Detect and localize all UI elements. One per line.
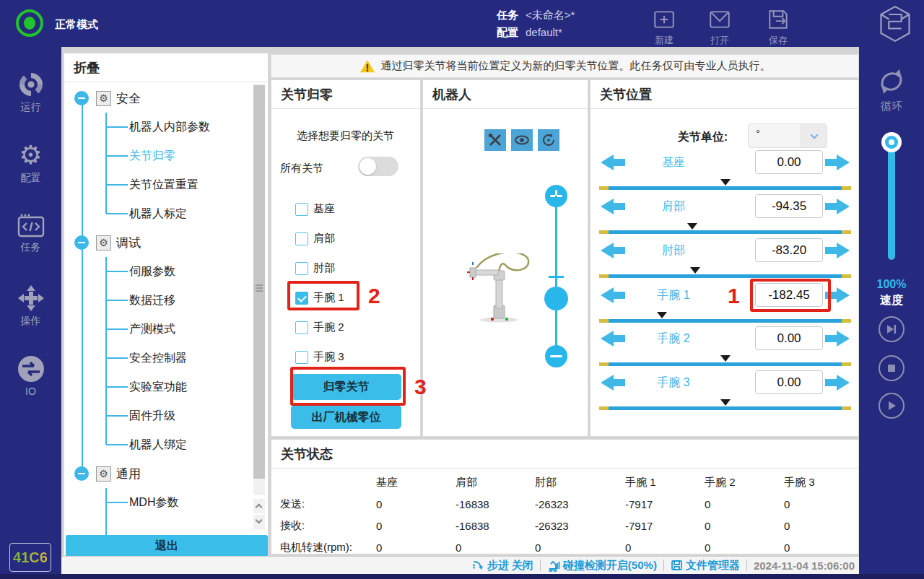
- sidebar-item-io[interactable]: IO: [0, 354, 61, 397]
- speed-slider-handle[interactable]: [881, 132, 902, 152]
- play-button[interactable]: [879, 393, 905, 419]
- joint-increase-button[interactable]: [825, 375, 850, 391]
- speed-slider-track[interactable]: [888, 141, 895, 260]
- loop-button[interactable]: 循环: [859, 65, 924, 113]
- save-button[interactable]: 保存: [755, 7, 801, 47]
- checkbox-row-wrist2[interactable]: 手腕 2: [295, 321, 344, 334]
- joint-increase-button[interactable]: [825, 199, 850, 214]
- tree-scrollbar[interactable]: [253, 84, 265, 495]
- joint-decrease-button[interactable]: [601, 154, 625, 170]
- joint-slider-track[interactable]: [599, 406, 851, 410]
- tree-item-safety-controller[interactable]: 安全控制器: [64, 344, 268, 373]
- tree-node-debug[interactable]: ⚙ 调试: [64, 228, 268, 257]
- joint-unit-label: 关节单位:: [619, 130, 728, 145]
- tree-item-servo-params[interactable]: 伺服参数: [64, 257, 268, 286]
- tree-item-joint-homing-selected[interactable]: 关节归零: [64, 142, 268, 170]
- all-joints-toggle[interactable]: [358, 157, 398, 176]
- tree-item-production-test[interactable]: 产测模式: [64, 315, 268, 344]
- joint-value-input[interactable]: [755, 238, 823, 262]
- joint-label[interactable]: 手腕 2: [634, 331, 713, 347]
- sidebar-item-task[interactable]: 任务: [0, 213, 61, 254]
- checkbox-row-shoulder[interactable]: 肩部: [295, 232, 335, 245]
- slider-marker[interactable]: [690, 267, 700, 274]
- checkbox-row-base[interactable]: 基座: [295, 202, 335, 216]
- joint-unit-select[interactable]: °: [748, 123, 827, 148]
- joint-decrease-button[interactable]: [601, 199, 625, 214]
- joint-increase-button[interactable]: [825, 331, 850, 347]
- scrollbar-thumb[interactable]: [253, 85, 265, 479]
- slider-marker[interactable]: [720, 355, 731, 362]
- checkbox[interactable]: [295, 232, 308, 245]
- factory-zero-button[interactable]: 出厂机械零位: [291, 405, 401, 429]
- joint-decrease-button[interactable]: [601, 243, 625, 258]
- joint-label[interactable]: 基座: [634, 155, 713, 170]
- checkbox-row-elbow[interactable]: 肘部: [295, 261, 335, 275]
- checkbox[interactable]: [295, 262, 308, 275]
- joint-slider-track[interactable]: [599, 274, 851, 278]
- exit-button[interactable]: 退出: [66, 535, 268, 557]
- joint-value-input[interactable]: [755, 326, 823, 350]
- collapse-icon[interactable]: [74, 91, 89, 105]
- joint-increase-button[interactable]: [825, 243, 850, 258]
- all-joints-label: 所有关节: [280, 162, 323, 175]
- joint-label[interactable]: 肩部: [634, 199, 713, 214]
- gear-icon: ⚙: [0, 141, 61, 170]
- cell: 0: [705, 498, 784, 510]
- zoom-out-button[interactable]: [545, 345, 567, 367]
- tree-node-safety[interactable]: ⚙ 安全: [64, 84, 268, 113]
- joint-decrease-button[interactable]: [601, 375, 625, 391]
- sidebar-item-run[interactable]: 运行: [0, 70, 61, 114]
- stop-button[interactable]: [879, 355, 905, 381]
- robot-visibility-button[interactable]: [511, 129, 533, 151]
- joint-value-input[interactable]: [755, 150, 823, 174]
- joint-slider-track[interactable]: [599, 186, 851, 190]
- tree-header[interactable]: 折叠: [64, 53, 268, 82]
- joint-decrease-button[interactable]: [601, 331, 625, 347]
- joint-value-input[interactable]: [755, 370, 823, 394]
- sidebar-item-config[interactable]: ⚙ 配置: [0, 141, 61, 185]
- joint-label[interactable]: 肘部: [634, 243, 713, 258]
- collision-detect-status[interactable]: 碰撞检测开启(50%): [547, 559, 657, 573]
- joint-label[interactable]: 手腕 1: [634, 288, 713, 303]
- robot-tools-button[interactable]: [484, 129, 506, 151]
- slider-marker[interactable]: [720, 179, 731, 186]
- tree-item-robot-binding[interactable]: 机器人绑定: [64, 430, 268, 459]
- joint-decrease-button[interactable]: [601, 287, 625, 303]
- joint-slider-track[interactable]: [599, 230, 851, 234]
- checkbox[interactable]: [295, 351, 308, 364]
- joint-row-elbow: 肘部: [590, 237, 860, 280]
- robot-rotate-button[interactable]: [538, 129, 559, 151]
- column-header: 肘部: [535, 476, 625, 489]
- collapse-icon[interactable]: [74, 466, 89, 481]
- tree-item-robot-internal-params[interactable]: 机器人内部参数: [64, 113, 268, 142]
- joint-increase-button[interactable]: [825, 154, 850, 170]
- checkbox-row-wrist3[interactable]: 手腕 3: [295, 350, 344, 364]
- new-button[interactable]: 新建: [641, 7, 687, 47]
- scroll-down-button[interactable]: [253, 515, 265, 529]
- slider-marker[interactable]: [687, 223, 697, 230]
- collapse-icon[interactable]: [74, 235, 89, 250]
- step-next-button[interactable]: [879, 316, 905, 342]
- step-mode-status[interactable]: 步进 关闭: [472, 559, 533, 573]
- tree-item-joint-position-reset[interactable]: 关节位置重置: [64, 170, 268, 199]
- zoom-slider-track[interactable]: [555, 196, 557, 365]
- joint-slider-track[interactable]: [599, 319, 851, 323]
- tree-item-robot-calibration[interactable]: 机器人标定: [64, 199, 268, 228]
- file-manager-link[interactable]: 文件管理器: [671, 559, 740, 573]
- slider-marker[interactable]: [720, 399, 731, 406]
- tree-item-firmware-upgrade[interactable]: 固件升级: [64, 401, 268, 430]
- scroll-up-button[interactable]: [253, 499, 265, 513]
- tree-item-data-migration[interactable]: 数据迁移: [64, 286, 268, 315]
- checkbox[interactable]: [295, 203, 308, 216]
- open-button[interactable]: 打开: [697, 7, 743, 47]
- joint-value-input[interactable]: [755, 194, 823, 218]
- sidebar-item-operate[interactable]: 操作: [0, 284, 61, 328]
- checkbox[interactable]: [295, 321, 308, 334]
- joint-slider-track[interactable]: [599, 362, 851, 366]
- tree-node-general[interactable]: ⚙ 通用: [64, 459, 268, 488]
- tree-item-mdh-params[interactable]: MDH参数: [64, 488, 268, 517]
- robot-3d-view[interactable]: [466, 253, 549, 326]
- tree-item-lab-features[interactable]: 实验室功能: [64, 373, 268, 401]
- slider-marker[interactable]: [657, 312, 667, 318]
- joint-label[interactable]: 手腕 3: [634, 375, 713, 391]
